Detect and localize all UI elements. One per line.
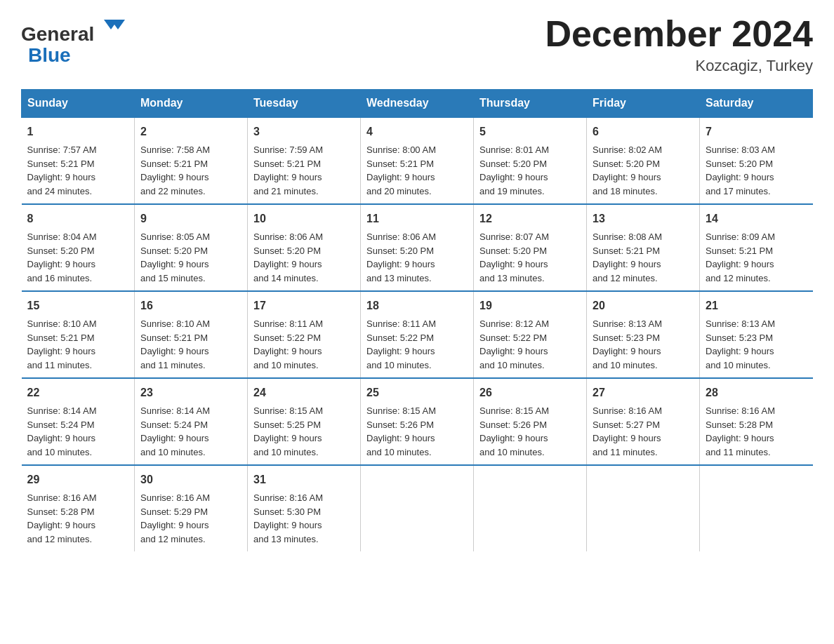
- table-row: 26 Sunrise: 8:15 AMSunset: 5:26 PMDaylig…: [474, 378, 587, 465]
- day-number: 1: [27, 123, 129, 140]
- day-number: 9: [140, 210, 241, 227]
- day-info: Sunrise: 7:59 AMSunset: 5:21 PMDaylight:…: [253, 145, 323, 196]
- svg-text:Blue: Blue: [28, 44, 71, 66]
- day-number: 20: [593, 297, 694, 314]
- day-number: 3: [253, 123, 355, 140]
- day-number: 31: [253, 471, 355, 488]
- svg-text:General: General: [21, 23, 94, 45]
- day-number: 10: [253, 210, 355, 227]
- day-info: Sunrise: 8:06 AMSunset: 5:20 PMDaylight:…: [253, 232, 323, 283]
- calendar-table: Sunday Monday Tuesday Wednesday Thursday…: [21, 89, 813, 551]
- title-block: December 2024 Kozcagiz, Turkey: [545, 14, 813, 75]
- day-number: 16: [140, 297, 241, 314]
- table-row: 3 Sunrise: 7:59 AMSunset: 5:21 PMDayligh…: [248, 117, 361, 204]
- table-row: 20 Sunrise: 8:13 AMSunset: 5:23 PMDaylig…: [587, 291, 700, 378]
- day-number: 13: [593, 210, 694, 227]
- day-number: 26: [479, 384, 581, 401]
- col-wednesday: Wednesday: [361, 90, 474, 118]
- day-info: Sunrise: 8:15 AMSunset: 5:25 PMDaylight:…: [253, 405, 323, 457]
- table-row: 25 Sunrise: 8:15 AMSunset: 5:26 PMDaylig…: [361, 378, 474, 465]
- table-row: 17 Sunrise: 8:11 AMSunset: 5:22 PMDaylig…: [248, 291, 361, 378]
- table-row: 22 Sunrise: 8:14 AMSunset: 5:24 PMDaylig…: [22, 378, 135, 465]
- day-number: 4: [366, 123, 468, 140]
- day-info: Sunrise: 8:14 AMSunset: 5:24 PMDaylight:…: [140, 405, 210, 457]
- day-info: Sunrise: 8:15 AMSunset: 5:26 PMDaylight:…: [366, 405, 436, 457]
- table-row: 24 Sunrise: 8:15 AMSunset: 5:25 PMDaylig…: [248, 378, 361, 465]
- table-row: 19 Sunrise: 8:12 AMSunset: 5:22 PMDaylig…: [474, 291, 587, 378]
- table-row: 15 Sunrise: 8:10 AMSunset: 5:21 PMDaylig…: [22, 291, 135, 378]
- table-row: 28 Sunrise: 8:16 AMSunset: 5:28 PMDaylig…: [700, 378, 813, 465]
- day-info: Sunrise: 8:01 AMSunset: 5:20 PMDaylight:…: [479, 145, 549, 196]
- day-info: Sunrise: 8:16 AMSunset: 5:28 PMDaylight:…: [706, 405, 775, 457]
- table-row: 11 Sunrise: 8:06 AMSunset: 5:20 PMDaylig…: [361, 204, 474, 291]
- day-number: 25: [366, 384, 468, 401]
- table-row: 16 Sunrise: 8:10 AMSunset: 5:21 PMDaylig…: [135, 291, 248, 378]
- calendar-week-row: 8 Sunrise: 8:04 AMSunset: 5:20 PMDayligh…: [22, 204, 813, 291]
- table-row: 10 Sunrise: 8:06 AMSunset: 5:20 PMDaylig…: [248, 204, 361, 291]
- day-number: 15: [27, 297, 129, 314]
- day-info: Sunrise: 8:11 AMSunset: 5:22 PMDaylight:…: [366, 318, 436, 370]
- table-row: 18 Sunrise: 8:11 AMSunset: 5:22 PMDaylig…: [361, 291, 474, 378]
- day-info: Sunrise: 8:00 AMSunset: 5:21 PMDaylight:…: [366, 145, 436, 196]
- calendar-week-row: 29 Sunrise: 8:16 AMSunset: 5:28 PMDaylig…: [22, 465, 813, 551]
- day-number: 11: [366, 210, 468, 227]
- day-info: Sunrise: 8:10 AMSunset: 5:21 PMDaylight:…: [27, 318, 97, 370]
- col-thursday: Thursday: [474, 90, 587, 118]
- day-info: Sunrise: 8:11 AMSunset: 5:22 PMDaylight:…: [253, 318, 323, 370]
- table-row: 12 Sunrise: 8:07 AMSunset: 5:20 PMDaylig…: [474, 204, 587, 291]
- calendar-week-row: 15 Sunrise: 8:10 AMSunset: 5:21 PMDaylig…: [22, 291, 813, 378]
- day-info: Sunrise: 8:16 AMSunset: 5:27 PMDaylight:…: [593, 405, 662, 457]
- table-row: 8 Sunrise: 8:04 AMSunset: 5:20 PMDayligh…: [22, 204, 135, 291]
- day-number: 14: [706, 210, 807, 227]
- day-info: Sunrise: 8:02 AMSunset: 5:20 PMDaylight:…: [593, 145, 662, 196]
- col-sunday: Sunday: [22, 90, 135, 118]
- day-number: 27: [593, 384, 694, 401]
- table-row: 2 Sunrise: 7:58 AMSunset: 5:21 PMDayligh…: [135, 117, 248, 204]
- day-info: Sunrise: 7:58 AMSunset: 5:21 PMDaylight:…: [140, 145, 210, 196]
- day-info: Sunrise: 8:15 AMSunset: 5:26 PMDaylight:…: [479, 405, 549, 457]
- page-header: General Blue December 2024 Kozcagiz, Tur…: [21, 14, 813, 75]
- day-info: Sunrise: 8:16 AMSunset: 5:30 PMDaylight:…: [253, 492, 323, 544]
- calendar-title: December 2024: [545, 14, 813, 54]
- table-row: [700, 465, 813, 551]
- table-row: 6 Sunrise: 8:02 AMSunset: 5:20 PMDayligh…: [587, 117, 700, 204]
- calendar-subtitle: Kozcagiz, Turkey: [545, 57, 813, 75]
- day-number: 23: [140, 384, 241, 401]
- col-friday: Friday: [587, 90, 700, 118]
- day-info: Sunrise: 7:57 AMSunset: 5:21 PMDaylight:…: [27, 145, 97, 196]
- calendar-header-row: Sunday Monday Tuesday Wednesday Thursday…: [22, 90, 813, 118]
- col-saturday: Saturday: [700, 90, 813, 118]
- table-row: [361, 465, 474, 551]
- table-row: 27 Sunrise: 8:16 AMSunset: 5:27 PMDaylig…: [587, 378, 700, 465]
- table-row: 13 Sunrise: 8:08 AMSunset: 5:21 PMDaylig…: [587, 204, 700, 291]
- day-info: Sunrise: 8:10 AMSunset: 5:21 PMDaylight:…: [140, 318, 210, 370]
- day-info: Sunrise: 8:05 AMSunset: 5:20 PMDaylight:…: [140, 232, 210, 283]
- day-info: Sunrise: 8:13 AMSunset: 5:23 PMDaylight:…: [593, 318, 662, 370]
- table-row: 4 Sunrise: 8:00 AMSunset: 5:21 PMDayligh…: [361, 117, 474, 204]
- table-row: 29 Sunrise: 8:16 AMSunset: 5:28 PMDaylig…: [22, 465, 135, 551]
- day-number: 19: [479, 297, 581, 314]
- table-row: 31 Sunrise: 8:16 AMSunset: 5:30 PMDaylig…: [248, 465, 361, 551]
- day-number: 21: [706, 297, 807, 314]
- calendar-week-row: 1 Sunrise: 7:57 AMSunset: 5:21 PMDayligh…: [22, 117, 813, 204]
- day-info: Sunrise: 8:16 AMSunset: 5:28 PMDaylight:…: [27, 492, 97, 544]
- day-number: 17: [253, 297, 355, 314]
- logo-svg: General Blue: [21, 14, 140, 70]
- day-number: 6: [593, 123, 694, 140]
- day-number: 7: [706, 123, 807, 140]
- day-info: Sunrise: 8:08 AMSunset: 5:21 PMDaylight:…: [593, 232, 662, 283]
- table-row: 30 Sunrise: 8:16 AMSunset: 5:29 PMDaylig…: [135, 465, 248, 551]
- day-number: 5: [479, 123, 581, 140]
- table-row: 9 Sunrise: 8:05 AMSunset: 5:20 PMDayligh…: [135, 204, 248, 291]
- day-number: 8: [27, 210, 129, 227]
- day-info: Sunrise: 8:04 AMSunset: 5:20 PMDaylight:…: [27, 232, 97, 283]
- day-number: 18: [366, 297, 468, 314]
- table-row: 14 Sunrise: 8:09 AMSunset: 5:21 PMDaylig…: [700, 204, 813, 291]
- col-monday: Monday: [135, 90, 248, 118]
- table-row: 23 Sunrise: 8:14 AMSunset: 5:24 PMDaylig…: [135, 378, 248, 465]
- day-info: Sunrise: 8:12 AMSunset: 5:22 PMDaylight:…: [479, 318, 549, 370]
- day-number: 2: [140, 123, 241, 140]
- day-number: 29: [27, 471, 129, 488]
- col-tuesday: Tuesday: [248, 90, 361, 118]
- table-row: [474, 465, 587, 551]
